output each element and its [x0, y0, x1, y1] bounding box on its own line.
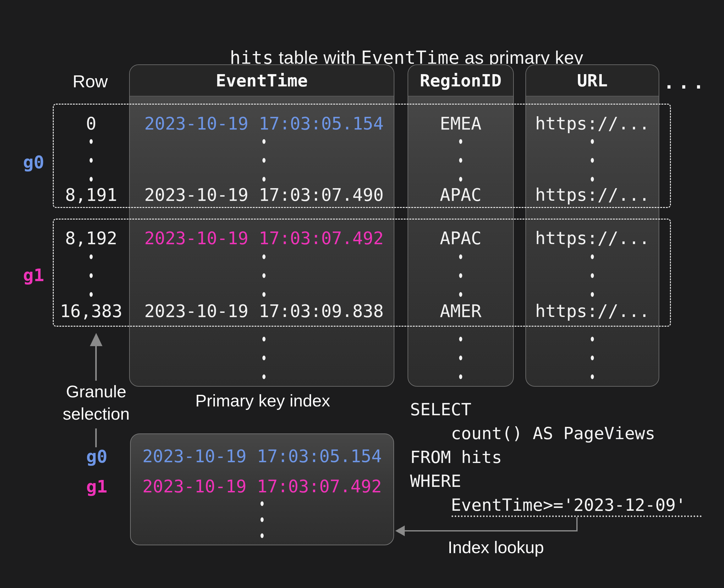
region-cell: AMER — [440, 301, 481, 321]
vertical-ellipsis — [591, 254, 594, 297]
region-cell: APAC — [440, 185, 481, 205]
index-lookup-label: Index lookup — [448, 538, 544, 557]
region-cell: EMEA — [440, 113, 481, 133]
pk-entry-value-g1: 2023-10-19 17:03:07.492 — [142, 476, 382, 496]
granule-selection-arrowhead — [90, 333, 102, 346]
sql-line: WHERE — [410, 469, 686, 493]
row-column-header: Row — [73, 71, 108, 91]
row-number-cell: 16,383 — [60, 301, 123, 321]
region-cell: APAC — [440, 228, 481, 248]
url-cell: https://... — [535, 113, 649, 133]
eventtime-cell-g1-min: 2023-10-19 17:03:07.492 — [144, 228, 384, 248]
index-lookup-arrowhead — [395, 525, 405, 536]
eventtime-cell-g0-min: 2023-10-19 17:03:05.154 — [144, 113, 384, 133]
column-header-url: URL — [526, 65, 659, 97]
sql-line: EventTime>='2023-12-09' — [410, 493, 686, 517]
eventtime-cell: 2023-10-19 17:03:09.838 — [144, 301, 384, 321]
more-columns-ellipsis: ... — [664, 71, 708, 93]
row-number-cell: 8,192 — [65, 228, 117, 248]
row-number-cell: 8,191 — [65, 185, 117, 205]
granule-selection-line1: Granule — [63, 380, 129, 403]
sql-line: count() AS PageViews — [410, 422, 686, 445]
eventtime-cell: 2023-10-19 17:03:07.490 — [144, 185, 384, 205]
primary-key-index-title: Primary key index — [195, 391, 330, 410]
url-cell: https://... — [535, 301, 649, 321]
url-cell: https://... — [535, 228, 649, 248]
column-header-eventtime: EventTime — [130, 65, 394, 97]
vertical-ellipsis — [459, 139, 462, 182]
diagram-canvas: hits table with EventTime as primary key… — [0, 0, 724, 588]
vertical-ellipsis — [262, 139, 266, 182]
vertical-ellipsis — [459, 254, 462, 297]
vertical-ellipsis — [459, 337, 462, 379]
column-header-regionid: RegionID — [408, 65, 513, 97]
sql-query: SELECT count() AS PageViews FROM hits WH… — [410, 398, 686, 517]
granule-selection-arrow-shaft — [95, 345, 97, 381]
granule-selection-connector — [95, 428, 97, 447]
pk-entry-value-g0: 2023-10-19 17:03:05.154 — [142, 446, 382, 466]
pk-entry-label-g1: g1 — [86, 476, 107, 497]
granule-selection-label: Granule selection — [63, 380, 129, 425]
vertical-ellipsis — [262, 254, 266, 297]
url-cell: https://... — [535, 185, 649, 205]
granule-label-g0: g0 — [23, 152, 44, 172]
vertical-ellipsis — [591, 337, 594, 379]
index-lookup-connector-horizontal — [404, 530, 578, 531]
sql-line: SELECT — [410, 398, 686, 422]
vertical-ellipsis — [89, 139, 93, 182]
vertical-ellipsis — [591, 139, 594, 182]
vertical-ellipsis — [262, 337, 266, 379]
row-number-cell: 0 — [86, 113, 96, 133]
sql-line: FROM hits — [410, 445, 686, 469]
vertical-ellipsis — [261, 501, 264, 538]
granule-label-g1: g1 — [23, 265, 44, 285]
index-lookup-connector-vertical — [576, 517, 578, 531]
granule-selection-line2: selection — [63, 403, 129, 425]
pk-entry-label-g0: g0 — [86, 446, 107, 466]
vertical-ellipsis — [89, 254, 93, 297]
